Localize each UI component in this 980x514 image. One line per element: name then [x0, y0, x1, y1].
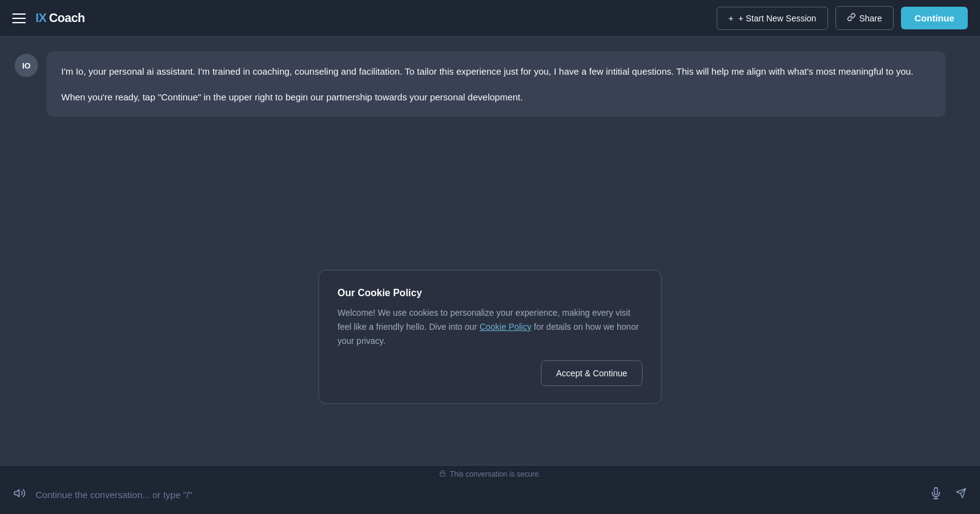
- mic-icon[interactable]: [926, 483, 946, 506]
- message-line1: I'm Io, your personal ai assistant. I'm …: [61, 64, 931, 80]
- input-row: [0, 481, 980, 514]
- avatar: IO: [15, 54, 38, 77]
- message-bubble: IO I'm Io, your personal ai assistant. I…: [15, 51, 946, 117]
- accept-continue-button[interactable]: Accept & Continue: [541, 360, 643, 386]
- share-label: Share: [859, 13, 882, 23]
- logo-coach: Coach: [49, 11, 85, 25]
- message-line2: When you're ready, tap "Continue" in the…: [61, 89, 931, 105]
- continue-button[interactable]: Continue: [901, 7, 968, 29]
- svg-rect-0: [440, 473, 445, 476]
- share-icon: [847, 13, 856, 23]
- header-left: IXCoach: [12, 11, 85, 25]
- new-session-button[interactable]: + + Start New Session: [717, 7, 827, 30]
- secure-notice: This conversation is secure.: [0, 466, 980, 481]
- cookie-policy-body: Welcome! We use cookies to personalize y…: [337, 306, 643, 348]
- menu-icon[interactable]: [12, 13, 26, 23]
- cookie-policy-dialog: Our Cookie Policy Welcome! We use cookie…: [318, 270, 662, 404]
- main-content: IO I'm Io, your personal ai assistant. I…: [0, 37, 980, 465]
- cookie-policy-link[interactable]: Cookie Policy: [480, 322, 532, 332]
- chat-input[interactable]: [36, 490, 920, 500]
- send-icon[interactable]: [952, 484, 970, 505]
- cookie-policy-title: Our Cookie Policy: [337, 288, 643, 299]
- cookie-buttons: Accept & Continue: [337, 360, 643, 386]
- volume-icon[interactable]: [10, 483, 29, 506]
- logo: IXCoach: [36, 11, 85, 25]
- message-text: I'm Io, your personal ai assistant. I'm …: [47, 51, 946, 117]
- new-session-label: + Start New Session: [738, 13, 816, 23]
- app-header: IXCoach + + Start New Session Share Cont…: [0, 0, 980, 37]
- plus-icon: +: [728, 13, 733, 23]
- bottom-bar: This conversation is secure.: [0, 465, 980, 514]
- lock-icon: [439, 469, 446, 479]
- svg-marker-1: [15, 490, 20, 497]
- header-right: + + Start New Session Share Continue: [717, 6, 968, 30]
- logo-ix: IX: [36, 11, 47, 25]
- share-button[interactable]: Share: [835, 6, 894, 30]
- secure-text: This conversation is secure.: [450, 470, 541, 479]
